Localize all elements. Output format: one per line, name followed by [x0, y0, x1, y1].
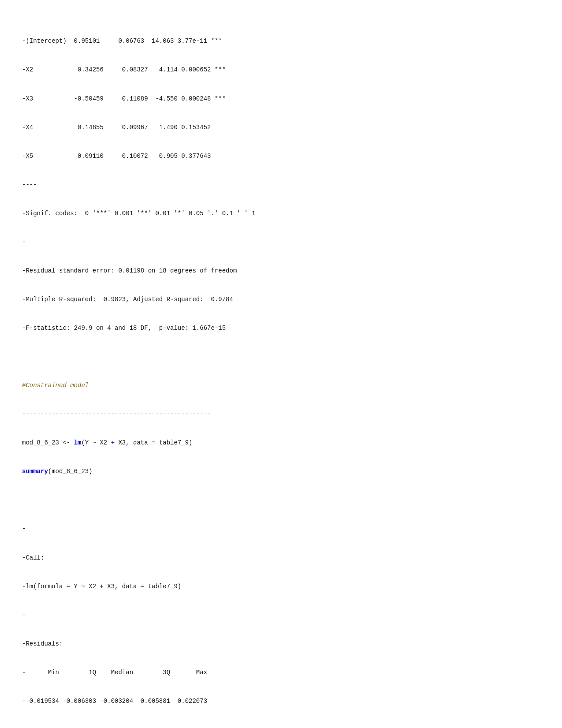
line-summary-call: summary(mod_8_6_23)	[22, 467, 540, 477]
line-x3-1: -X3 -0.50459 0.11089 -4.550 0.000248 ***	[22, 94, 540, 104]
line-lm-formula: -lm(formula = Y ~ X2 + X3, data = table7…	[22, 582, 540, 592]
line-comment-constrained: #Constrained model	[22, 381, 540, 391]
line-fstat-1: -F-statistic: 249.9 on 4 and 18 DF, p-va…	[22, 324, 540, 333]
line-blank-1	[22, 352, 540, 362]
line-separator-1: ----------------------------------------…	[22, 410, 540, 419]
line-intercept: -(Intercept) 0.95101 0.06763 14.063 3.77…	[22, 37, 540, 46]
line-signif-1: -Signif. codes: 0 '***' 0.001 '**' 0.01 …	[22, 209, 540, 219]
line-empty-3: -	[22, 611, 540, 620]
line-residuals-header: -Residuals:	[22, 639, 540, 649]
line-x4: -X4 0.14855 0.09967 1.490 0.153452	[22, 123, 540, 133]
line-residuals-cols: - Min 1Q Median 3Q Max	[22, 668, 540, 678]
line-blank-2	[22, 496, 540, 505]
line-residual-se-1: -Residual standard error: 0.01198 on 18 …	[22, 266, 540, 276]
line-mod-def: mod_8_6_23 <- lm(Y ~ X2 + X3, data = tab…	[22, 438, 540, 448]
line-dashes-1: ----	[22, 180, 540, 190]
code-output: -(Intercept) 0.95101 0.06763 14.063 3.77…	[22, 18, 540, 728]
line-residuals-vals: --0.019534 -0.006303 -0.003204 0.005881 …	[22, 697, 540, 706]
line-call-header: -Call:	[22, 553, 540, 563]
line-empty-2: -	[22, 524, 540, 534]
line-empty-1: -	[22, 238, 540, 247]
line-rsquared-1: -Multiple R-squared: 0.9823, Adjusted R-…	[22, 295, 540, 305]
line-x2-1: -X2 0.34256 0.08327 4.114 0.000652 ***	[22, 65, 540, 75]
line-x5: -X5 0.09110 0.10072 0.905 0.377643	[22, 152, 540, 161]
line-empty-4: -	[22, 725, 540, 728]
